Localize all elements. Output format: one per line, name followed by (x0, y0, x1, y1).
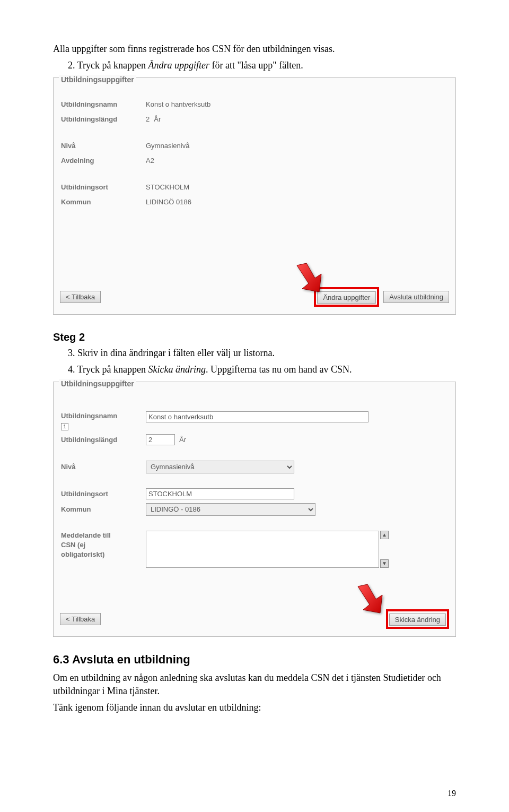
intro-line-2: 2. Tryck på knappen Ändra uppgifter för … (53, 59, 456, 72)
val-utbildningsort: STOCKHOLM (146, 183, 189, 192)
lbl-utbildningsnamn-edit: Utbildningsnamn (61, 411, 146, 421)
textarea-meddelande[interactable] (146, 531, 379, 568)
val-utbildningslangd: 2 (146, 115, 150, 124)
val-kommun: LIDINGÖ 0186 (146, 197, 191, 207)
lbl-utbildningsnamn: Utbildningsnamn (61, 100, 146, 109)
input-utbildningslangd[interactable] (146, 434, 175, 445)
scroll-up-icon[interactable]: ▲ (380, 531, 389, 539)
textarea-scrollbar[interactable]: ▲ ▼ (380, 531, 390, 568)
val-avdelning: A2 (146, 156, 154, 166)
lbl-utbildningslangd-edit: Utbildningslängd (61, 435, 146, 445)
fieldset-legend-2: Utbildningsuppgifter (59, 379, 136, 390)
step2-line-3: 3. Skriv in dina ändringar i fälten elle… (53, 347, 456, 360)
highlight-edit-button: Ändra uppgifter (314, 287, 379, 307)
step2-line-4: 4. Tryck på knappen Skicka ändring. Uppg… (53, 363, 456, 376)
highlight-send-button: Skicka ändring (386, 609, 449, 629)
screenshot-education-view: Utbildningsuppgifter Utbildningsnamn Kon… (53, 77, 456, 314)
select-kommun[interactable]: LIDINGÖ - 0186 (146, 503, 315, 516)
step2-line-4-suffix: . Uppgifterna tas nu om hand av CSN. (206, 364, 352, 375)
intro-line-1: Alla uppgifter som finns registrerade ho… (53, 42, 456, 56)
lbl-meddelande-2: CSN (ej (61, 541, 85, 549)
back-button-2[interactable]: < Tillbaka (60, 613, 101, 625)
lbl-niva: Nivå (61, 141, 146, 151)
val-niva: Gymnasienivå (146, 141, 189, 151)
info-icon[interactable]: i (61, 423, 68, 430)
input-utbildningsnamn[interactable] (146, 411, 368, 422)
screenshot-education-edit: Utbildningsuppgifter Utbildningsnamn i U… (53, 382, 456, 637)
lbl-niva-edit: Nivå (61, 462, 146, 472)
lbl-utbildningsort-edit: Utbildningsort (61, 489, 146, 499)
unit-utbildningslangd: År (154, 115, 161, 124)
lbl-meddelande-3: obligatoriskt) (61, 550, 104, 558)
select-niva[interactable]: Gymnasienivå (146, 461, 294, 473)
intro-line-2-italic: Ändra uppgifter (148, 60, 210, 71)
lbl-utbildningslangd: Utbildningslängd (61, 115, 146, 124)
section-6-3-heading: 6.3 Avsluta en utbildning (53, 652, 456, 668)
scroll-down-icon[interactable]: ▼ (380, 559, 389, 568)
step2-line-4-italic: Skicka ändring (148, 364, 206, 375)
lbl-utbildningsort: Utbildningsort (61, 183, 146, 192)
intro-line-2-prefix: 2. Tryck på knappen (68, 60, 148, 71)
lbl-kommun-edit: Kommun (61, 505, 146, 514)
step2-line-4-prefix: 4. Tryck på knappen (68, 364, 148, 375)
intro-line-2-suffix: för att "låsa upp" fälten. (209, 60, 303, 71)
lbl-kommun: Kommun (61, 197, 146, 207)
val-utbildningsnamn: Konst o hantverksutb (146, 100, 210, 109)
section-6-3-p2: Tänk igenom följande innan du avslutar e… (53, 701, 456, 714)
end-education-button[interactable]: Avsluta utbildning (383, 291, 449, 303)
fieldset-legend-1: Utbildningsuppgifter (59, 75, 136, 85)
lbl-avdelning: Avdelning (61, 156, 146, 166)
lbl-meddelande: Meddelande till CSN (ej obligatoriskt) (61, 531, 146, 560)
section-6-3-p1: Om en utbildning av någon anledning ska … (53, 671, 456, 698)
unit-utbildningslangd-edit: År (179, 435, 186, 445)
step2-heading: Steg 2 (53, 330, 456, 344)
back-button-1[interactable]: < Tillbaka (60, 291, 101, 303)
edit-button[interactable]: Ändra uppgifter (317, 291, 376, 304)
input-utbildningsort[interactable] (146, 488, 294, 499)
send-button[interactable]: Skicka ändring (389, 614, 446, 626)
lbl-meddelande-1: Meddelande till (61, 531, 111, 539)
